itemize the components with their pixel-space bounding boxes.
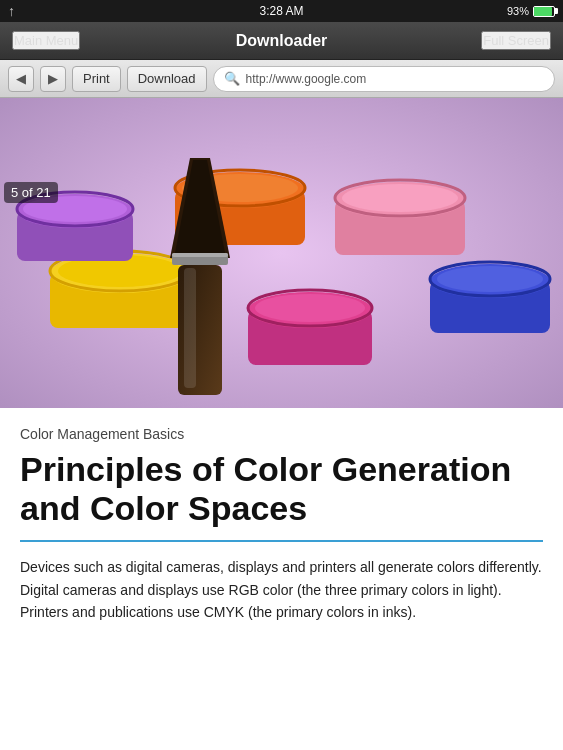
page-counter: 5 of 21 xyxy=(4,182,58,203)
article-content: Color Management Basics Principles of Co… xyxy=(0,408,563,643)
back-icon: ◀ xyxy=(16,71,26,86)
article-category: Color Management Basics xyxy=(20,426,543,442)
article-title: Principles of Color Generation and Color… xyxy=(20,450,543,528)
app-title: Downloader xyxy=(236,32,328,50)
download-button[interactable]: Download xyxy=(127,66,207,92)
print-button[interactable]: Print xyxy=(72,66,121,92)
hero-image xyxy=(0,98,563,408)
forward-icon: ▶ xyxy=(48,71,58,86)
status-time: 3:28 AM xyxy=(259,4,303,18)
svg-point-24 xyxy=(437,266,543,292)
status-bar: ↑ 3:28 AM 93% xyxy=(0,0,563,22)
svg-point-29 xyxy=(255,294,365,322)
svg-rect-34 xyxy=(172,253,228,257)
fullscreen-button[interactable]: Full Screen xyxy=(481,31,551,50)
svg-rect-36 xyxy=(184,268,196,388)
url-input[interactable] xyxy=(246,72,544,86)
battery-percentage: 93% xyxy=(507,5,529,17)
article-body: Devices such as digital cameras, display… xyxy=(20,556,543,623)
title-bar: Main Menu Downloader Full Screen xyxy=(0,22,563,60)
url-bar[interactable]: 🔍 xyxy=(213,66,555,92)
forward-button[interactable]: ▶ xyxy=(40,66,66,92)
back-button[interactable]: ◀ xyxy=(8,66,34,92)
signal-icon: ↑ xyxy=(8,3,15,19)
status-right-icons: 93% xyxy=(507,5,555,17)
main-menu-button[interactable]: Main Menu xyxy=(12,31,80,50)
toolbar: ◀ ▶ Print Download 🔍 xyxy=(0,60,563,98)
content-area[interactable]: 5 of 21 xyxy=(0,98,563,750)
article-divider xyxy=(20,540,543,542)
battery-icon xyxy=(533,6,555,17)
svg-point-19 xyxy=(342,184,458,212)
search-icon: 🔍 xyxy=(224,71,240,86)
